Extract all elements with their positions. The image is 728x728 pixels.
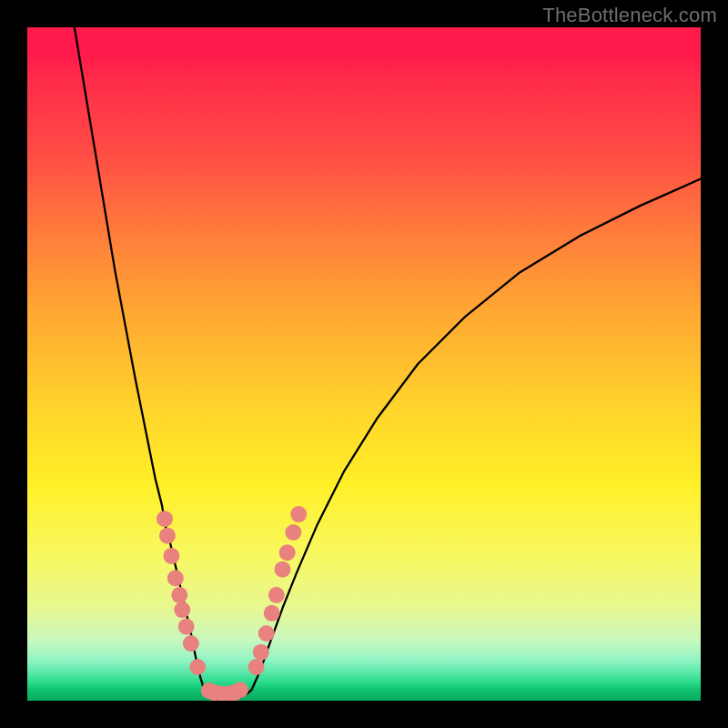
highlight-dot <box>178 619 195 635</box>
highlight-dot <box>253 644 269 661</box>
highlight-dot <box>157 511 173 527</box>
highlight-dot <box>174 602 190 618</box>
highlight-dot <box>232 682 248 698</box>
highlight-dot <box>167 570 184 586</box>
highlight-dot <box>159 528 176 544</box>
highlight-dot <box>290 506 307 522</box>
bottleneck-curve-path <box>75 27 701 700</box>
highlight-dot <box>163 548 179 564</box>
curve-layer <box>27 27 701 701</box>
highlight-dot <box>264 605 280 622</box>
highlight-dot <box>189 659 206 675</box>
highlight-dot <box>248 659 265 675</box>
highlight-dot <box>279 544 296 561</box>
plot-area <box>27 27 701 701</box>
bottleneck-curve <box>75 27 701 700</box>
highlight-dot <box>268 587 285 603</box>
outer-black-frame: TheBottleneck.com <box>0 0 728 728</box>
highlight-dot <box>258 625 275 642</box>
highlight-dot <box>274 561 290 578</box>
highlight-dot <box>183 635 199 652</box>
watermark-text: TheBottleneck.com <box>542 4 717 27</box>
highlight-dot <box>285 524 301 541</box>
highlight-dot <box>171 587 187 603</box>
